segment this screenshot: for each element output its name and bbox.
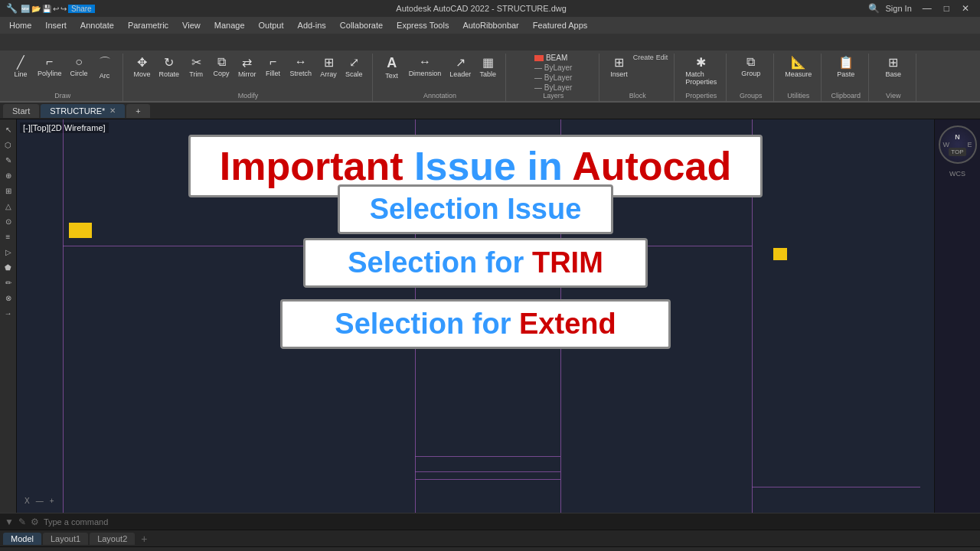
copy-tool[interactable]: ⧉ Copy — [210, 54, 233, 80]
layers-label: Layers — [543, 92, 564, 101]
save-btn[interactable]: 💾 — [42, 5, 51, 13]
compass-n: N — [955, 133, 960, 141]
move-tool[interactable]: ✥ Move — [131, 54, 154, 80]
menu-autoribbon[interactable]: AutoRibbonbar — [456, 19, 524, 31]
layer-row1: BEAM — [534, 54, 567, 62]
menu-annotate[interactable]: Annotate — [74, 19, 120, 31]
tool-11[interactable]: ✏ — [2, 276, 15, 289]
paste-icon: 📋 — [838, 55, 854, 70]
stretch-tool[interactable]: ↔ Stretch — [287, 54, 315, 80]
menu-addins[interactable]: Add-ins — [292, 19, 332, 31]
scale-tool[interactable]: ⤢ Scale — [342, 54, 366, 80]
menu-collaborate[interactable]: Collaborate — [334, 19, 389, 31]
undo-btn[interactable]: ↩ — [53, 5, 59, 13]
new-tab-btn[interactable]: + — [126, 104, 149, 118]
trim-tool[interactable]: ✂ Trim — [185, 54, 207, 80]
viewport[interactable]: [-][Top][2D Wireframe] X — + — [17, 119, 934, 513]
groups-buttons: ⧉ Group — [738, 54, 763, 79]
stretch-icon: ↔ — [295, 55, 307, 69]
polyline-tool[interactable]: ⌐ Polyline — [34, 54, 65, 81]
yellow-rect-3 — [773, 248, 787, 260]
add-layout-btn[interactable]: + — [136, 531, 152, 546]
menu-insert[interactable]: Insert — [39, 19, 73, 31]
tool-13[interactable]: → — [2, 306, 15, 320]
paste-tool[interactable]: 📋 Paste — [834, 54, 858, 80]
line-tool[interactable]: ╱ Line — [9, 54, 32, 81]
share-btn[interactable]: Share — [68, 5, 95, 13]
search-icon[interactable]: 🔍 — [868, 3, 880, 14]
titlebar-left: 🔧 🆕 📂 💾 ↩ ↪ Share — [6, 3, 95, 14]
group-tool[interactable]: ⧉ Group — [738, 54, 763, 79]
layer-bylayer2: — ByLayer — [534, 73, 572, 82]
menu-parametric[interactable]: Parametric — [122, 19, 175, 31]
structure-tab[interactable]: STRUCTURE* ✕ — [41, 104, 125, 118]
cad-vline-1 — [63, 119, 64, 513]
insert-tool[interactable]: ⊞ Insert — [607, 54, 631, 80]
tool-8[interactable]: ≡ — [2, 230, 15, 243]
new-btn[interactable]: 🆕 — [21, 5, 30, 13]
match-properties-tool[interactable]: ✱ MatchProperties — [682, 54, 720, 87]
edit-btn[interactable]: Edit — [656, 54, 668, 80]
tool-12[interactable]: ⊗ — [2, 291, 15, 305]
coord-separator: — — [36, 497, 44, 505]
extend-pre: Selection for — [335, 308, 519, 340]
base-icon: ⊞ — [888, 55, 898, 70]
text-tool[interactable]: A Text — [381, 54, 403, 81]
menu-express[interactable]: Express Tools — [390, 19, 455, 31]
utilities-label: Utilities — [787, 92, 809, 101]
mirror-tool[interactable]: ⇄ Mirror — [235, 54, 260, 80]
base-tool[interactable]: ⊞ Base — [882, 54, 905, 80]
model-tab[interactable]: Model — [3, 533, 41, 545]
arc-icon: ⌒ — [99, 55, 111, 71]
table-tool[interactable]: ▦ Table — [476, 54, 499, 81]
menu-featured[interactable]: Featured Apps — [527, 19, 594, 31]
tool-5[interactable]: ⊞ — [2, 184, 15, 197]
structure-tab-close[interactable]: ✕ — [109, 106, 116, 115]
tool-6[interactable]: △ — [2, 199, 15, 213]
menu-home[interactable]: Home — [3, 19, 38, 31]
rotate-tool[interactable]: ↻ Rotate — [156, 54, 183, 80]
arc-tool[interactable]: ⌒ Arc — [93, 54, 116, 81]
layout2-tab[interactable]: Layout2 — [90, 533, 135, 545]
open-btn[interactable]: 📂 — [31, 5, 41, 13]
tool-10[interactable]: ⬟ — [2, 260, 15, 274]
tool-2[interactable]: ⬡ — [2, 138, 15, 152]
redo-btn[interactable]: ↪ — [60, 5, 67, 13]
layer-beam: BEAM — [546, 54, 567, 62]
utilities-buttons: 📐 Measure — [782, 54, 815, 80]
array-tool[interactable]: ⊞ Array — [317, 54, 340, 80]
start-tab[interactable]: Start — [3, 104, 39, 118]
dimension-tool[interactable]: ↔ Dimension — [406, 54, 445, 81]
copy-label: Copy — [214, 70, 230, 77]
measure-tool[interactable]: 📐 Measure — [782, 54, 815, 80]
ribbon-group-annotation: A Text ↔ Dimension ↗ Leader ▦ Table Anno… — [374, 54, 507, 101]
trim-icon: ✂ — [191, 55, 201, 70]
fillet-tool[interactable]: ⌐ Fillet — [262, 54, 285, 80]
leader-tool[interactable]: ↗ Leader — [446, 54, 474, 81]
mirror-icon: ⇄ — [242, 55, 252, 70]
create-btn[interactable]: Create — [633, 54, 654, 80]
yellow-rect-1 — [69, 223, 92, 238]
menu-output[interactable]: Output — [253, 19, 290, 31]
insert-label: Insert — [610, 70, 628, 78]
menu-manage[interactable]: Manage — [208, 19, 251, 31]
maximize-btn[interactable]: □ — [939, 3, 954, 14]
close-btn[interactable]: ✕ — [957, 3, 974, 14]
ribbon-group-modify: ✥ Move ↻ Rotate ✂ Trim ⧉ Copy ⇄ Mirror — [125, 54, 373, 101]
tool-7[interactable]: ⊙ — [2, 214, 15, 228]
sign-in-btn[interactable]: Sign In — [886, 4, 912, 13]
tool-4[interactable]: ⊕ — [2, 168, 15, 182]
circle-tool[interactable]: ○ Circle — [67, 54, 91, 81]
command-input[interactable] — [44, 517, 975, 527]
dimension-label: Dimension — [409, 70, 442, 77]
menu-view[interactable]: View — [176, 19, 207, 31]
tool-9[interactable]: ▷ — [2, 245, 15, 259]
layer-bylayer1: — ByLayer — [534, 64, 572, 72]
tool-3[interactable]: ✎ — [2, 153, 15, 167]
minimize-btn[interactable]: — — [918, 3, 936, 14]
draw-label: Draw — [54, 92, 70, 101]
tool-1[interactable]: ↖ — [2, 122, 15, 136]
view-right-buttons: ⊞ Base — [882, 54, 905, 80]
layout1-tab[interactable]: Layout1 — [43, 533, 88, 545]
selection-trim-overlay: Selection for TRIM — [303, 238, 648, 288]
